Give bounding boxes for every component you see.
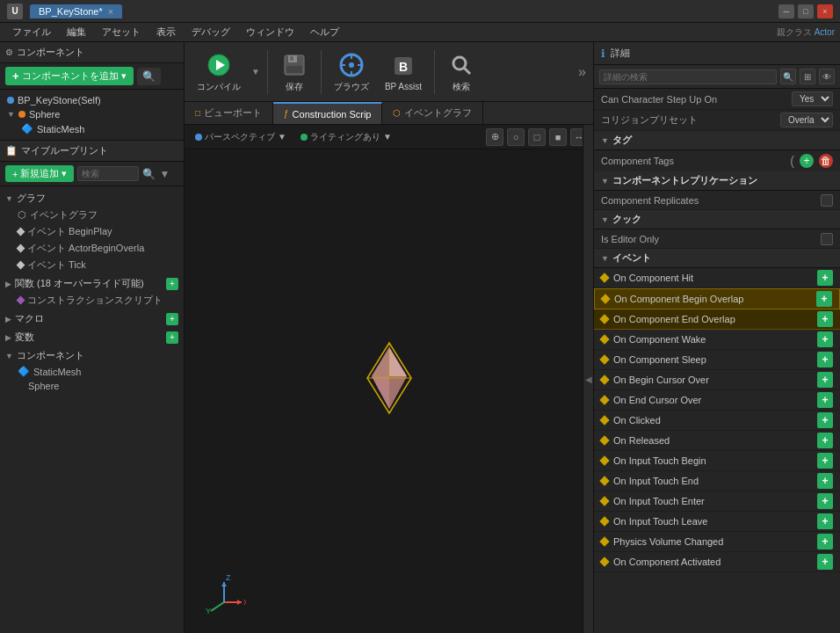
minimize-button[interactable]: ─ <box>778 4 794 18</box>
view-icon-square[interactable]: □ <box>528 128 546 146</box>
event-add-touch-begin[interactable]: + <box>817 453 833 469</box>
bp-section-components-header[interactable]: ▼ コンポーネント <box>0 347 184 364</box>
event-add-touch-enter[interactable]: + <box>817 493 833 509</box>
component-item-self[interactable]: BP_KeyStone(Self) <box>0 93 184 107</box>
tab-close-icon[interactable]: × <box>108 6 113 17</box>
add-function-button[interactable]: + <box>166 278 178 290</box>
events-section-header[interactable]: ▼ イベント <box>594 249 840 268</box>
event-add-sleep[interactable]: + <box>817 352 833 367</box>
event-add-hit[interactable]: + <box>817 270 833 286</box>
compile-button[interactable]: コンパイル <box>192 47 246 97</box>
event-add-wake[interactable]: + <box>817 331 833 347</box>
step-up-select[interactable]: Yes <box>792 91 833 106</box>
left-panel: ⚙ コンポーネント + コンポーネントを追加 ▾ 🔍 BP_KeyStone(S… <box>0 42 185 633</box>
bp-section-graph-header[interactable]: ▼ グラフ <box>0 190 184 207</box>
search-button[interactable]: 検索 <box>442 47 481 97</box>
maximize-button[interactable]: □ <box>798 4 814 18</box>
tab-event-graph[interactable]: ⬡ イベントグラフ <box>382 102 483 124</box>
menu-file[interactable]: ファイル <box>5 24 58 40</box>
tab-viewport[interactable]: □ ビューポート <box>185 102 273 124</box>
browse-button[interactable]: ブラウズ <box>329 47 374 97</box>
event-add-touch-end[interactable]: + <box>817 473 833 489</box>
event-add-touch-leave[interactable]: + <box>817 513 833 529</box>
viewport-right-handle[interactable]: ◀ <box>583 125 593 633</box>
event-add-begin-overlap[interactable]: + <box>816 291 832 307</box>
event-tab-label: イベントグラフ <box>404 106 472 120</box>
bp-section-variables-header[interactable]: ▶ 変数 + <box>0 329 184 346</box>
tags-section-header[interactable]: ▼ タグ <box>594 131 840 150</box>
view-icon-fill[interactable]: ■ <box>549 128 567 146</box>
event-add-physics-volume[interactable]: + <box>817 534 833 549</box>
actor-class-link[interactable]: Actor <box>815 27 835 37</box>
collision-select[interactable]: Overla <box>780 113 833 127</box>
details-search-bar: 🔍 ⊞ 👁 <box>594 65 840 89</box>
bp-item-staticmesh[interactable]: 🔷 StaticMesh <box>0 364 184 379</box>
search-component-button[interactable]: 🔍 <box>137 68 161 85</box>
add-macro-button[interactable]: + <box>166 313 178 325</box>
details-grid-button[interactable]: ⊞ <box>800 69 815 84</box>
add-component-button[interactable]: + コンポーネントを追加 ▾ <box>5 67 134 85</box>
view-icon-plus[interactable]: ⊕ <box>486 128 503 146</box>
add-tag-button[interactable]: + <box>800 154 814 168</box>
svg-marker-19 <box>372 347 389 376</box>
details-eye-button[interactable]: 👁 <box>819 69 835 84</box>
bp-search-input[interactable] <box>77 166 139 181</box>
event-name-begin-overlap: On Component Begin Overlap <box>614 294 811 304</box>
tag-bracket-icon[interactable]: ( <box>790 154 794 168</box>
event-add-clicked[interactable]: + <box>817 412 833 428</box>
menu-edit[interactable]: 編集 <box>60 24 93 40</box>
detail-row-editor-only: Is Editor Only <box>594 229 840 249</box>
menu-help[interactable]: ヘルプ <box>303 24 346 40</box>
save-button[interactable]: 保存 <box>275 47 314 97</box>
bp-item-construct[interactable]: コンストラクションスクリプト <box>0 292 184 309</box>
editor-only-label: Is Editor Only <box>601 234 821 244</box>
bp-assist-button[interactable]: B BP Assist <box>380 48 427 95</box>
bp-item-tick[interactable]: イベント Tick <box>0 257 184 273</box>
bp-options-btn[interactable]: ▼ <box>159 168 170 180</box>
compile-dropdown-arrow: ▼ <box>251 67 260 76</box>
cook-section-header[interactable]: ▼ クック <box>594 210 840 229</box>
tab-construction-script[interactable]: ƒ Construction Scrip <box>273 102 382 124</box>
toolbar-more-button[interactable]: » <box>578 64 586 80</box>
bp-search-icon-btn[interactable]: 🔍 <box>142 168 156 180</box>
menu-window[interactable]: ウィンドウ <box>239 24 301 40</box>
component-item-sphere[interactable]: ▼ Sphere <box>0 107 184 121</box>
bp-add-button[interactable]: + 新規追加 ▾ <box>5 165 74 182</box>
menu-view[interactable]: 表示 <box>149 24 183 40</box>
replicates-checkbox[interactable] <box>821 194 833 207</box>
bp-section-macros-header[interactable]: ▶ マクロ + <box>0 310 184 327</box>
details-search-input[interactable] <box>599 69 777 84</box>
bp-item-sphere[interactable]: Sphere <box>0 379 184 393</box>
replication-section-header[interactable]: ▼ コンポーネントレプリケーション <box>594 171 840 191</box>
event-row-touch-enter: On Input Touch Enter + <box>594 491 840 512</box>
compile-dropdown[interactable]: ▼ <box>251 67 260 76</box>
bp-item-event-graph[interactable]: ⬡ イベントグラフ <box>0 207 184 223</box>
details-search-button[interactable]: 🔍 <box>780 69 796 84</box>
event-name-touch-enter: On Input Touch Enter <box>613 496 812 506</box>
view-icon-circle[interactable]: ○ <box>507 128 525 146</box>
event-add-released[interactable]: + <box>817 433 833 448</box>
svg-marker-21 <box>372 376 389 409</box>
window-close-button[interactable]: × <box>817 4 833 18</box>
tags-section-title: タグ <box>612 134 632 147</box>
bp-item-actoroverlap[interactable]: イベント ActorBeginOverla <box>0 240 184 257</box>
title-tab[interactable]: BP_KeyStone* × <box>30 4 122 18</box>
details-icon: ℹ <box>601 47 605 60</box>
lighting-button[interactable]: ライティングあり ▼ <box>295 129 397 145</box>
menu-asset[interactable]: アセット <box>95 24 148 40</box>
delete-tag-button[interactable]: 🗑 <box>819 154 833 168</box>
bp-assist-icon: B <box>389 52 417 80</box>
add-variable-button[interactable]: + <box>166 331 178 344</box>
event-add-end-overlap[interactable]: + <box>817 311 833 327</box>
perspective-dot-icon <box>195 134 202 141</box>
bp-item-beginplay[interactable]: イベント BeginPlay <box>0 223 184 240</box>
event-add-component-activated[interactable]: + <box>817 554 833 570</box>
menu-debug[interactable]: デバッグ <box>185 24 237 40</box>
components-section-header: ⚙ コンポーネント <box>0 42 184 63</box>
perspective-button[interactable]: パースペクティブ ▼ <box>190 129 292 145</box>
event-add-begin-cursor[interactable]: + <box>817 372 833 388</box>
event-add-end-cursor[interactable]: + <box>817 392 833 408</box>
editor-only-checkbox[interactable] <box>821 233 833 245</box>
bp-section-functions-header[interactable]: ▶ 関数 (18 オーバーライド可能) + <box>0 275 184 292</box>
component-item-staticmesh[interactable]: 🔷 StaticMesh <box>0 121 184 136</box>
